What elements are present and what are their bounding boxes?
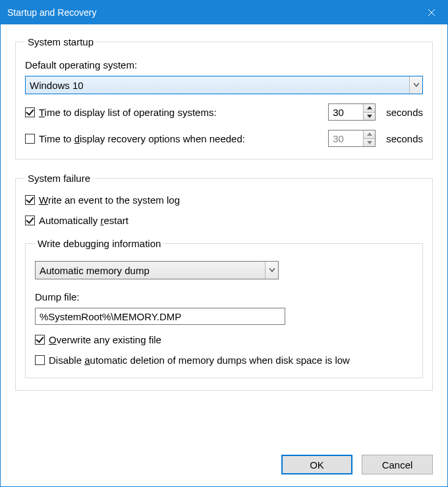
checkbox-icon: [25, 195, 35, 205]
seconds-label: seconds: [386, 133, 423, 144]
checkbox-icon: [35, 335, 45, 345]
time-recovery-spinner[interactable]: 30: [328, 130, 376, 147]
spinner-up-icon[interactable]: [364, 104, 375, 112]
system-failure-legend: System failure: [25, 173, 93, 184]
close-button[interactable]: [416, 1, 447, 24]
write-debugging-legend: Write debugging information: [35, 238, 163, 249]
time-recovery-checkbox[interactable]: Time to display recovery options when ne…: [25, 133, 245, 144]
system-startup-group: System startup Default operating system:…: [15, 36, 433, 159]
time-os-list-spinner[interactable]: 30: [328, 103, 376, 121]
checkbox-icon: [25, 107, 35, 117]
auto-restart-row: Automatically restart: [25, 215, 423, 226]
seconds-label: seconds: [386, 107, 423, 118]
spinner-up-icon[interactable]: [364, 130, 375, 138]
default-os-label: Default operating system:: [25, 59, 423, 71]
ok-button[interactable]: OK: [281, 455, 352, 474]
system-failure-group: System failure Write an event to the sys…: [15, 173, 433, 391]
default-os-value: Windows 10: [30, 80, 409, 91]
system-startup-legend: System startup: [25, 36, 96, 47]
disable-auto-delete-row: Disable automatic deletion of memory dum…: [35, 355, 413, 366]
auto-restart-checkbox[interactable]: Automatically restart: [25, 215, 128, 226]
default-os-dropdown[interactable]: Windows 10: [25, 76, 423, 94]
spinner-down-icon[interactable]: [364, 138, 375, 147]
write-debugging-group: Write debugging information Automatic me…: [25, 238, 423, 378]
time-os-list-row: Time to display list of operating system…: [25, 103, 423, 121]
spinner-down-icon[interactable]: [364, 112, 375, 121]
disable-auto-delete-checkbox[interactable]: Disable automatic deletion of memory dum…: [35, 355, 350, 366]
dump-file-input[interactable]: [35, 308, 285, 325]
startup-recovery-dialog: Startup and Recovery System startup Defa…: [0, 0, 448, 487]
overwrite-row: Overwrite any existing file: [35, 334, 413, 345]
checkbox-icon: [25, 134, 35, 144]
write-event-row: Write an event to the system log: [25, 194, 423, 206]
titlebar: Startup and Recovery: [1, 1, 447, 24]
write-event-checkbox[interactable]: Write an event to the system log: [25, 194, 180, 206]
cancel-button[interactable]: Cancel: [362, 455, 433, 474]
chevron-down-icon: [265, 262, 278, 279]
dump-type-dropdown[interactable]: Automatic memory dump: [35, 261, 279, 279]
time-recovery-row: Time to display recovery options when ne…: [25, 130, 423, 147]
time-os-list-checkbox[interactable]: Time to display list of operating system…: [25, 107, 217, 118]
dialog-footer: OK Cancel: [1, 455, 447, 486]
chevron-down-icon: [409, 76, 422, 94]
dump-file-label: Dump file:: [35, 291, 413, 302]
checkbox-icon: [25, 215, 35, 225]
dump-type-value: Automatic memory dump: [40, 265, 265, 276]
close-icon: [428, 9, 435, 16]
window-title: Startup and Recovery: [7, 7, 96, 18]
overwrite-checkbox[interactable]: Overwrite any existing file: [35, 334, 161, 345]
checkbox-icon: [35, 355, 45, 365]
